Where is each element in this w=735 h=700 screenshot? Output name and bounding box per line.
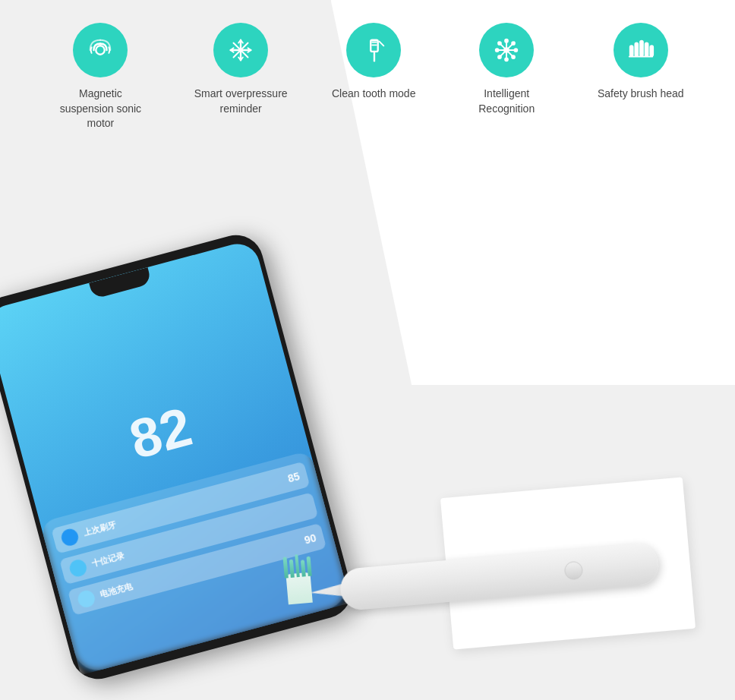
feature-magnetic-motor: Magnetic suspension sonic motor xyxy=(51,23,150,131)
panel-value-3: 90 xyxy=(303,531,317,546)
svg-point-24 xyxy=(505,58,508,61)
panel-dot-1 xyxy=(59,527,80,547)
feature-intelligent: Intelligent Recognition xyxy=(457,23,556,116)
svg-rect-35 xyxy=(650,46,653,55)
bristle-5 xyxy=(307,557,312,576)
brush-bristles xyxy=(282,553,311,579)
features-bar: Magnetic suspension sonic motor xyxy=(0,23,735,131)
brush-head xyxy=(277,557,323,606)
panel-dot-2 xyxy=(68,558,88,579)
safety-brush-icon-circle xyxy=(614,23,668,77)
intelligent-label: Intelligent Recognition xyxy=(457,87,556,116)
svg-rect-33 xyxy=(640,41,643,56)
intelligent-icon-circle xyxy=(479,23,534,77)
bristle-4 xyxy=(301,560,306,576)
magnetic-motor-label: Magnetic suspension sonic motor xyxy=(51,87,150,131)
toothbrush-body xyxy=(339,542,660,611)
bristle-2 xyxy=(289,560,295,578)
sonic-waves-icon xyxy=(86,36,115,65)
feature-clean-tooth: Clean tooth mode xyxy=(332,23,416,102)
svg-point-28 xyxy=(512,55,515,58)
panel-text-3: 电池充电 xyxy=(99,581,134,601)
recognition-icon xyxy=(492,36,521,65)
svg-rect-31 xyxy=(630,46,633,55)
phone-notch xyxy=(89,267,152,299)
svg-rect-32 xyxy=(635,43,638,56)
phone-score-display: 82 xyxy=(123,395,198,471)
overpressure-icon-circle xyxy=(213,23,268,77)
clean-tooth-icon-circle xyxy=(346,23,401,77)
magnetic-motor-icon-circle xyxy=(73,23,128,77)
panel-value-1: 85 xyxy=(286,470,301,484)
svg-point-29 xyxy=(512,42,515,45)
svg-point-30 xyxy=(498,55,501,58)
pressure-sensor-icon xyxy=(226,36,255,65)
svg-point-26 xyxy=(515,49,518,52)
svg-point-25 xyxy=(496,49,499,52)
bristle-3 xyxy=(295,554,300,577)
toothbrush-mode-icon xyxy=(359,36,388,65)
svg-line-17 xyxy=(380,42,384,46)
panel-text-2: 十位记录 xyxy=(90,550,125,569)
panel-dot-3 xyxy=(76,588,96,609)
brush-bars-icon xyxy=(626,36,655,65)
toothbrush-power-button xyxy=(563,560,583,580)
svg-point-27 xyxy=(498,42,501,45)
panel-text-1: 上次刷牙 xyxy=(82,519,117,539)
svg-point-0 xyxy=(96,46,105,54)
feature-safety-brush: Safety brush head xyxy=(598,23,684,102)
product-page: Magnetic suspension sonic motor xyxy=(0,0,735,700)
svg-rect-34 xyxy=(645,43,648,56)
bristle-1 xyxy=(282,557,288,578)
safety-brush-label: Safety brush head xyxy=(598,87,684,102)
svg-point-23 xyxy=(505,39,508,43)
clean-tooth-label: Clean tooth mode xyxy=(332,87,416,102)
overpressure-label: Smart overpressure reminder xyxy=(191,87,290,116)
feature-overpressure: Smart overpressure reminder xyxy=(191,23,290,116)
